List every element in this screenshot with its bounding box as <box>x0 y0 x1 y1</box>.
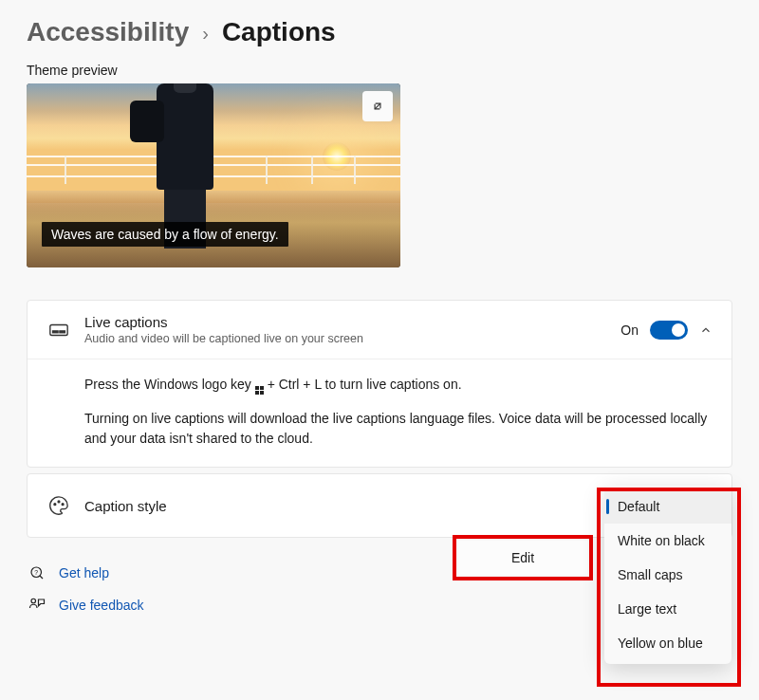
live-captions-body: Press the Windows logo key + Ctrl + L to… <box>28 359 731 467</box>
caption-style-dropdown: Default White on black Small caps Large … <box>604 486 731 664</box>
edit-button[interactable]: Edit <box>458 541 587 575</box>
expand-icon[interactable] <box>362 91 393 121</box>
live-captions-row[interactable]: Live captions Audio and video will be ca… <box>28 301 731 359</box>
svg-point-3 <box>54 504 56 506</box>
palette-icon <box>46 495 71 516</box>
feedback-icon <box>28 597 46 614</box>
chevron-up-icon[interactable] <box>699 323 713 337</box>
shortcut-text-pre: Press the Windows logo key <box>84 377 255 392</box>
option-yellow-on-blue[interactable]: Yellow on blue <box>604 626 731 660</box>
shortcut-text-post: + Ctrl + L to turn live captions on. <box>268 377 462 392</box>
toggle-state-label: On <box>620 322 639 338</box>
theme-preview: Waves are caused by a flow of energy. <box>27 83 400 267</box>
breadcrumb-parent[interactable]: Accessibility <box>27 17 189 47</box>
theme-preview-label: Theme preview <box>27 63 732 78</box>
option-default[interactable]: Default <box>604 489 731 524</box>
chevron-right-icon: › <box>202 23 209 45</box>
svg-point-8 <box>31 599 36 603</box>
option-white-on-black[interactable]: White on black <box>604 524 731 558</box>
get-help-link[interactable]: Get help <box>59 565 109 580</box>
live-captions-description: Turning on live captions will download t… <box>84 409 713 450</box>
live-captions-toggle[interactable] <box>650 321 688 340</box>
option-small-caps[interactable]: Small caps <box>604 558 731 592</box>
caption-style-panel: Caption style Edit Default White on blac… <box>27 473 732 538</box>
windows-key-icon <box>255 386 264 395</box>
captions-icon <box>46 320 71 341</box>
help-icon: ? <box>28 564 46 581</box>
breadcrumb: Accessibility › Captions <box>27 17 732 47</box>
give-feedback-link[interactable]: Give feedback <box>59 598 144 613</box>
page-title: Captions <box>222 17 336 47</box>
svg-point-4 <box>58 501 60 503</box>
svg-rect-0 <box>50 324 67 335</box>
svg-rect-2 <box>60 330 65 332</box>
option-large-text[interactable]: Large text <box>604 592 731 626</box>
live-captions-panel: Live captions Audio and video will be ca… <box>27 300 732 468</box>
svg-point-5 <box>62 504 64 506</box>
live-captions-title: Live captions <box>84 314 620 330</box>
live-captions-subtitle: Audio and video will be captioned live o… <box>84 332 620 345</box>
svg-text:?: ? <box>34 569 38 576</box>
caption-sample-text: Waves are caused by a flow of energy. <box>42 222 288 247</box>
svg-rect-1 <box>53 330 59 332</box>
